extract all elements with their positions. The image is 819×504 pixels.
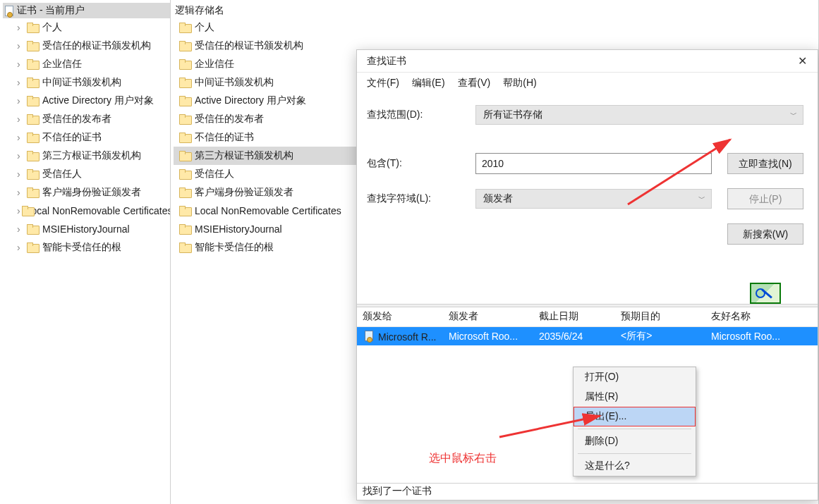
search-stamp-icon [750, 283, 781, 304]
tree-item[interactable]: ›客户端身份验证颁发者 [3, 183, 170, 202]
expand-arrow-icon[interactable]: › [17, 223, 25, 235]
find-now-button[interactable]: 立即查找(N) [727, 153, 803, 174]
expand-arrow-icon[interactable]: › [17, 187, 25, 198]
expand-arrow-icon[interactable]: › [17, 132, 25, 143]
folder-icon [179, 59, 190, 69]
folder-icon [179, 41, 190, 51]
list-item-label: 企业信任 [195, 58, 234, 70]
tree-item[interactable]: ›Active Directory 用户对象 [3, 92, 170, 110]
context-menu-item[interactable]: 打开(O) [574, 367, 696, 387]
folder-icon [179, 133, 190, 142]
tree-item[interactable]: ›Local NonRemovable Certificates [3, 202, 170, 220]
cert-tree[interactable]: 证书 - 当前用户 ›个人›受信任的根证书颁发机构›企业信任›中间证书颁发机构›… [0, 0, 170, 259]
cell-issued-to: Microsoft R... [378, 331, 436, 343]
tree-item[interactable]: ›第三方根证书颁发机构 [3, 147, 170, 165]
tree-item-label: 第三方根证书颁发机构 [42, 149, 141, 162]
menu-help[interactable]: 帮助(H) [503, 77, 536, 90]
list-item-label: 受信任的发布者 [195, 113, 264, 125]
result-row[interactable]: Microsoft R... Microsoft Roo... 2035/6/2… [357, 327, 818, 345]
cell-issuer: Microsoft Roo... [443, 331, 533, 342]
list-item-label: MSIEHistoryJournal [195, 223, 282, 235]
field-combo[interactable]: 颁发者 ﹀ [475, 189, 712, 209]
list-item[interactable]: 个人 [174, 18, 818, 37]
status-bar: 找到了一个证书 [357, 483, 818, 500]
expand-arrow-icon[interactable]: › [17, 22, 25, 33]
col-purpose[interactable]: 预期目的 [615, 307, 705, 326]
folder-icon [179, 224, 190, 234]
tree-item-label: MSIEHistoryJournal [42, 223, 130, 235]
cell-purpose: <所有> [615, 330, 705, 343]
context-menu[interactable]: 打开(O)属性(R)导出(E)...删除(D)这是什么? [573, 367, 696, 477]
tree-item-label: Active Directory 用户对象 [42, 94, 154, 107]
menu-file[interactable]: 文件(F) [367, 77, 399, 90]
list-item-label: 智能卡受信任的根 [195, 241, 274, 254]
context-menu-item[interactable]: 删除(D) [574, 431, 696, 451]
context-menu-item[interactable]: 导出(E)... [574, 407, 696, 426]
tree-item[interactable]: ›企业信任 [3, 55, 170, 73]
tree-item[interactable]: ›受信任的根证书颁发机构 [3, 37, 170, 55]
expand-arrow-icon[interactable]: › [17, 205, 20, 216]
expand-arrow-icon[interactable]: › [17, 77, 25, 88]
tree-item-label: 个人 [42, 21, 62, 34]
tree-item[interactable]: ›不信任的证书 [3, 128, 170, 147]
menu-view[interactable]: 查看(V) [458, 77, 491, 90]
folder-icon [27, 133, 38, 142]
cell-expiry: 2035/6/24 [533, 331, 615, 342]
dialog-titlebar[interactable]: 查找证书 ✕ [357, 50, 818, 73]
col-issued-to[interactable]: 颁发给 [357, 307, 443, 326]
col-expiry[interactable]: 截止日期 [533, 307, 615, 326]
results-grid[interactable]: 颁发给 颁发者 截止日期 预期目的 友好名称 Microsoft R... Mi… [357, 307, 818, 345]
dialog-menubar[interactable]: 文件(F) 编辑(E) 查看(V) 帮助(H) [357, 73, 818, 97]
expand-arrow-icon[interactable]: › [17, 40, 25, 51]
new-search-button[interactable]: 新搜索(W) [727, 223, 803, 245]
tree-item-label: 受信任的发布者 [42, 113, 111, 125]
grid-header[interactable]: 颁发给 颁发者 截止日期 预期目的 友好名称 [357, 307, 818, 327]
list-item-label: 受信任的根证书颁发机构 [195, 39, 303, 52]
folder-icon [27, 242, 38, 252]
list-item-label: 受信任人 [195, 168, 234, 180]
left-tree-pane: 证书 - 当前用户 ›个人›受信任的根证书颁发机构›企业信任›中间证书颁发机构›… [0, 0, 171, 504]
expand-arrow-icon[interactable]: › [17, 150, 25, 161]
tree-item-label: 不信任的证书 [42, 131, 102, 144]
stop-button: 停止(P) [727, 188, 803, 209]
col-friendly[interactable]: 友好名称 [705, 307, 818, 326]
field-label: 查找字符域(L): [367, 192, 475, 205]
menu-separator [578, 453, 691, 454]
tree-item-label: 受信任人 [42, 168, 82, 180]
folder-icon [27, 114, 38, 124]
tree-item[interactable]: ›个人 [3, 18, 170, 37]
expand-arrow-icon[interactable]: › [17, 242, 25, 253]
tree-item-label: 智能卡受信任的根 [42, 241, 121, 254]
context-menu-item[interactable]: 这是什么? [574, 456, 696, 476]
folder-icon [179, 23, 190, 32]
status-text: 找到了一个证书 [363, 485, 432, 496]
annotation-text: 选中鼠标右击 [429, 451, 497, 466]
close-icon[interactable]: ✕ [792, 54, 812, 69]
tree-item[interactable]: ›受信任人 [3, 165, 170, 183]
scope-value: 所有证书存储 [483, 109, 542, 121]
scope-combo[interactable]: 所有证书存储 ﹀ [475, 105, 803, 125]
folder-icon [179, 188, 190, 197]
folder-icon [27, 151, 38, 161]
field-value: 颁发者 [483, 192, 513, 205]
expand-arrow-icon[interactable]: › [17, 95, 25, 106]
folder-icon [27, 78, 38, 87]
expand-arrow-icon[interactable]: › [17, 113, 25, 125]
tree-root[interactable]: 证书 - 当前用户 [3, 3, 170, 18]
tree-item[interactable]: ›受信任的发布者 [3, 110, 170, 128]
contains-input[interactable] [475, 153, 712, 174]
folder-icon [27, 169, 38, 179]
tree-root-label: 证书 - 当前用户 [17, 4, 85, 17]
expand-arrow-icon[interactable]: › [17, 168, 25, 180]
folder-icon [179, 242, 190, 252]
tree-item[interactable]: ›MSIEHistoryJournal [3, 220, 170, 238]
col-issuer[interactable]: 颁发者 [443, 307, 533, 326]
folder-icon [179, 151, 190, 161]
context-menu-item[interactable]: 属性(R) [574, 387, 696, 407]
tree-item[interactable]: ›智能卡受信任的根 [3, 238, 170, 257]
menu-edit[interactable]: 编辑(E) [412, 77, 445, 90]
column-header[interactable]: 逻辑存储名 [171, 0, 818, 18]
list-item-label: 中间证书颁发机构 [195, 76, 274, 89]
expand-arrow-icon[interactable]: › [17, 59, 25, 70]
tree-item[interactable]: ›中间证书颁发机构 [3, 73, 170, 92]
